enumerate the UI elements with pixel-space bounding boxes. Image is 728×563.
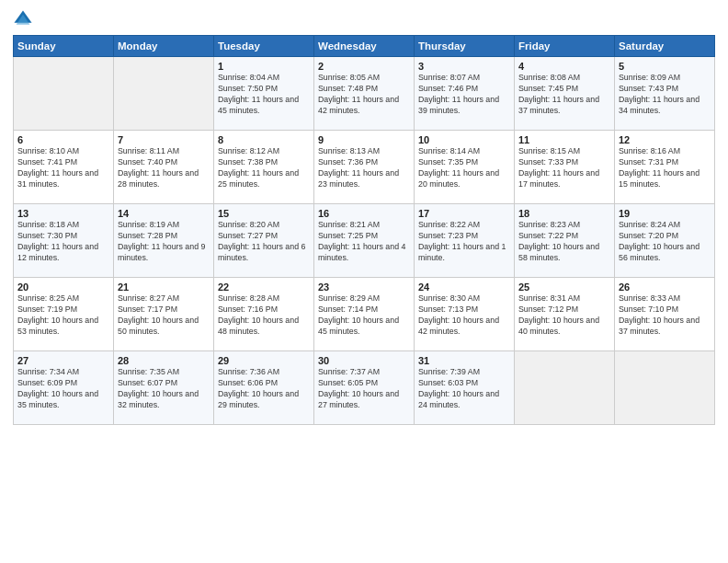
day-number: 18 (518, 208, 610, 219)
calendar-day-cell: 15Sunrise: 8:20 AM Sunset: 7:27 PM Dayli… (214, 204, 314, 278)
day-detail: Sunrise: 8:21 AM Sunset: 7:25 PM Dayligh… (318, 220, 405, 262)
weekday-header-cell: Monday (114, 36, 214, 57)
day-detail: Sunrise: 7:37 AM Sunset: 6:05 PM Dayligh… (318, 367, 399, 409)
day-detail: Sunrise: 8:09 AM Sunset: 7:43 PM Dayligh… (619, 73, 700, 115)
day-number: 1 (218, 61, 310, 72)
day-number: 7 (118, 134, 210, 145)
day-number: 29 (218, 355, 310, 366)
day-number: 3 (418, 61, 510, 72)
calendar-day-cell: 31Sunrise: 7:39 AM Sunset: 6:03 PM Dayli… (415, 351, 515, 425)
calendar-table: SundayMondayTuesdayWednesdayThursdayFrid… (13, 35, 715, 425)
calendar-day-cell: 25Sunrise: 8:31 AM Sunset: 7:12 PM Dayli… (515, 278, 615, 351)
day-number: 21 (118, 282, 210, 293)
weekday-header-cell: Sunday (14, 36, 114, 57)
day-number: 30 (318, 355, 410, 366)
calendar-day-cell: 18Sunrise: 8:23 AM Sunset: 7:22 PM Dayli… (515, 204, 615, 278)
calendar-day-cell: 13Sunrise: 8:18 AM Sunset: 7:30 PM Dayli… (14, 204, 114, 278)
day-detail: Sunrise: 8:20 AM Sunset: 7:27 PM Dayligh… (218, 220, 305, 262)
day-number: 25 (518, 282, 610, 293)
day-detail: Sunrise: 7:36 AM Sunset: 6:06 PM Dayligh… (218, 367, 299, 409)
calendar-week-row: 13Sunrise: 8:18 AM Sunset: 7:30 PM Dayli… (14, 204, 715, 278)
calendar-day-cell (14, 57, 114, 131)
day-detail: Sunrise: 8:10 AM Sunset: 7:41 PM Dayligh… (17, 146, 98, 189)
day-number: 10 (418, 134, 510, 145)
day-detail: Sunrise: 8:19 AM Sunset: 7:28 PM Dayligh… (118, 220, 205, 262)
day-detail: Sunrise: 8:18 AM Sunset: 7:30 PM Dayligh… (17, 220, 98, 262)
day-detail: Sunrise: 7:39 AM Sunset: 6:03 PM Dayligh… (418, 367, 499, 409)
calendar-day-cell: 24Sunrise: 8:30 AM Sunset: 7:13 PM Dayli… (415, 278, 515, 351)
calendar-day-cell: 23Sunrise: 8:29 AM Sunset: 7:14 PM Dayli… (314, 278, 415, 351)
day-number: 19 (619, 208, 711, 219)
calendar-day-cell: 16Sunrise: 8:21 AM Sunset: 7:25 PM Dayli… (314, 204, 415, 278)
page: SundayMondayTuesdayWednesdayThursdayFrid… (0, 0, 728, 563)
calendar-day-cell (515, 351, 615, 425)
day-number: 17 (418, 208, 510, 219)
day-detail: Sunrise: 8:29 AM Sunset: 7:14 PM Dayligh… (318, 293, 399, 336)
calendar-day-cell: 28Sunrise: 7:35 AM Sunset: 6:07 PM Dayli… (114, 351, 214, 425)
day-detail: Sunrise: 8:12 AM Sunset: 7:38 PM Dayligh… (218, 146, 299, 189)
day-detail: Sunrise: 8:23 AM Sunset: 7:22 PM Dayligh… (518, 220, 599, 262)
day-number: 24 (418, 282, 510, 293)
calendar-week-row: 1Sunrise: 8:04 AM Sunset: 7:50 PM Daylig… (14, 57, 715, 131)
day-number: 16 (318, 208, 410, 219)
day-detail: Sunrise: 8:28 AM Sunset: 7:16 PM Dayligh… (218, 293, 299, 336)
calendar-week-row: 20Sunrise: 8:25 AM Sunset: 7:19 PM Dayli… (14, 278, 715, 351)
weekday-header-cell: Saturday (615, 36, 715, 57)
calendar-day-cell: 21Sunrise: 8:27 AM Sunset: 7:17 PM Dayli… (114, 278, 214, 351)
calendar-day-cell: 17Sunrise: 8:22 AM Sunset: 7:23 PM Dayli… (415, 204, 515, 278)
day-number: 23 (318, 282, 410, 293)
day-number: 13 (17, 208, 109, 219)
calendar-day-cell: 27Sunrise: 7:34 AM Sunset: 6:09 PM Dayli… (14, 351, 114, 425)
weekday-header-cell: Friday (515, 36, 615, 57)
day-number: 14 (118, 208, 210, 219)
calendar-body: 1Sunrise: 8:04 AM Sunset: 7:50 PM Daylig… (14, 57, 715, 425)
calendar-week-row: 27Sunrise: 7:34 AM Sunset: 6:09 PM Dayli… (14, 351, 715, 425)
calendar-day-cell: 11Sunrise: 8:15 AM Sunset: 7:33 PM Dayli… (515, 131, 615, 204)
weekday-header-cell: Tuesday (214, 36, 314, 57)
day-number: 4 (518, 61, 610, 72)
calendar-day-cell: 19Sunrise: 8:24 AM Sunset: 7:20 PM Dayli… (615, 204, 715, 278)
day-detail: Sunrise: 8:25 AM Sunset: 7:19 PM Dayligh… (17, 293, 98, 336)
calendar-day-cell (114, 57, 214, 131)
day-detail: Sunrise: 8:05 AM Sunset: 7:48 PM Dayligh… (318, 73, 399, 115)
weekday-header-cell: Wednesday (314, 36, 415, 57)
calendar-day-cell: 14Sunrise: 8:19 AM Sunset: 7:28 PM Dayli… (114, 204, 214, 278)
calendar-day-cell: 26Sunrise: 8:33 AM Sunset: 7:10 PM Dayli… (615, 278, 715, 351)
day-detail: Sunrise: 8:16 AM Sunset: 7:31 PM Dayligh… (619, 146, 700, 189)
day-detail: Sunrise: 8:07 AM Sunset: 7:46 PM Dayligh… (418, 73, 499, 115)
day-detail: Sunrise: 8:27 AM Sunset: 7:17 PM Dayligh… (118, 293, 199, 336)
calendar-day-cell: 4Sunrise: 8:08 AM Sunset: 7:45 PM Daylig… (515, 57, 615, 131)
calendar-day-cell: 3Sunrise: 8:07 AM Sunset: 7:46 PM Daylig… (415, 57, 515, 131)
day-detail: Sunrise: 8:11 AM Sunset: 7:40 PM Dayligh… (118, 146, 199, 189)
day-number: 5 (619, 61, 711, 72)
calendar-day-cell: 10Sunrise: 8:14 AM Sunset: 7:35 PM Dayli… (415, 131, 515, 204)
day-number: 22 (218, 282, 310, 293)
day-detail: Sunrise: 8:04 AM Sunset: 7:50 PM Dayligh… (218, 73, 299, 115)
day-detail: Sunrise: 8:08 AM Sunset: 7:45 PM Dayligh… (518, 73, 599, 115)
calendar-day-cell: 1Sunrise: 8:04 AM Sunset: 7:50 PM Daylig… (214, 57, 314, 131)
calendar-day-cell: 2Sunrise: 8:05 AM Sunset: 7:48 PM Daylig… (314, 57, 415, 131)
header (13, 9, 715, 29)
calendar-week-row: 6Sunrise: 8:10 AM Sunset: 7:41 PM Daylig… (14, 131, 715, 204)
day-number: 2 (318, 61, 410, 72)
logo-icon (13, 9, 33, 29)
day-number: 9 (318, 134, 410, 145)
weekday-header-cell: Thursday (415, 36, 515, 57)
calendar-day-cell: 20Sunrise: 8:25 AM Sunset: 7:19 PM Dayli… (14, 278, 114, 351)
day-detail: Sunrise: 8:33 AM Sunset: 7:10 PM Dayligh… (619, 293, 700, 336)
calendar-day-cell: 8Sunrise: 8:12 AM Sunset: 7:38 PM Daylig… (214, 131, 314, 204)
day-number: 8 (218, 134, 310, 145)
day-number: 27 (17, 355, 109, 366)
day-detail: Sunrise: 8:22 AM Sunset: 7:23 PM Dayligh… (418, 220, 506, 262)
calendar-day-cell: 5Sunrise: 8:09 AM Sunset: 7:43 PM Daylig… (615, 57, 715, 131)
logo (13, 9, 37, 29)
day-number: 15 (218, 208, 310, 219)
calendar-day-cell (615, 351, 715, 425)
day-detail: Sunrise: 8:14 AM Sunset: 7:35 PM Dayligh… (418, 146, 499, 189)
day-number: 20 (17, 282, 109, 293)
day-detail: Sunrise: 7:34 AM Sunset: 6:09 PM Dayligh… (17, 367, 98, 409)
day-number: 28 (118, 355, 210, 366)
calendar-day-cell: 12Sunrise: 8:16 AM Sunset: 7:31 PM Dayli… (615, 131, 715, 204)
calendar-day-cell: 30Sunrise: 7:37 AM Sunset: 6:05 PM Dayli… (314, 351, 415, 425)
calendar-day-cell: 7Sunrise: 8:11 AM Sunset: 7:40 PM Daylig… (114, 131, 214, 204)
